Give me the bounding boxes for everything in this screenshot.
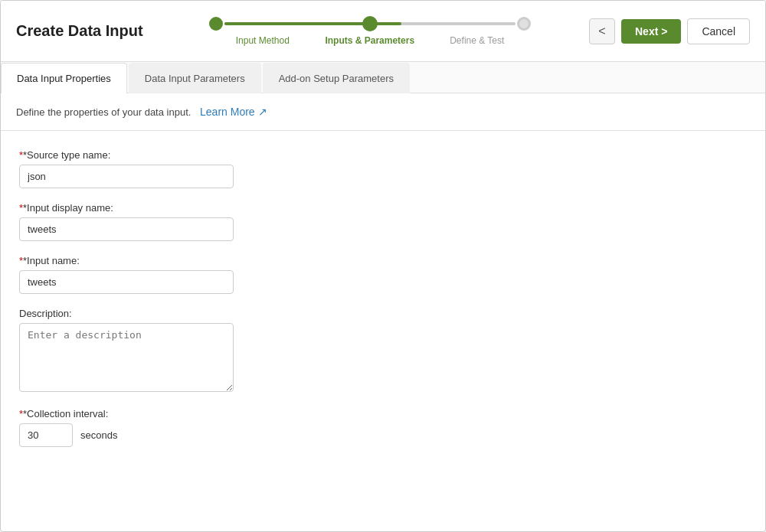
input-display-name-label: **Input display name: xyxy=(19,202,747,214)
input-display-name-input[interactable] xyxy=(19,217,234,241)
tab-data-input-properties[interactable]: Data Input Properties xyxy=(1,63,127,93)
learn-more-link[interactable]: Learn More ↗ xyxy=(200,106,267,118)
next-button[interactable]: Next > xyxy=(621,19,681,44)
input-name-input[interactable] xyxy=(19,270,234,294)
main-window: Create Data Input Input Method Inputs & … xyxy=(0,0,766,532)
tab-data-input-parameters[interactable]: Data Input Parameters xyxy=(129,63,261,93)
back-button[interactable]: < xyxy=(589,18,615,44)
tab-addon-setup-parameters[interactable]: Add-on Setup Parameters xyxy=(263,63,410,93)
collection-interval-label: **Collection interval: xyxy=(19,408,747,419)
collection-interval-input[interactable] xyxy=(19,423,73,447)
collection-interval-group: **Collection interval: seconds xyxy=(19,408,747,447)
form-area: **Source type name: **Input display name… xyxy=(1,131,765,479)
header-actions: < Next > Cancel xyxy=(589,18,750,44)
source-type-name-label: **Source type name: xyxy=(19,149,747,161)
input-name-label: **Input name: xyxy=(19,255,747,266)
wizard-dot-2 xyxy=(362,16,378,31)
wizard-dots xyxy=(209,17,531,31)
subheader: Define the properties of your data input… xyxy=(1,93,765,131)
wizard-label-1: Input Method xyxy=(209,35,316,46)
wizard-dot-1 xyxy=(209,17,223,31)
description-group: Description: xyxy=(19,308,747,394)
description-textarea[interactable] xyxy=(19,323,234,392)
wizard-labels: Input Method Inputs & Parameters Define … xyxy=(209,35,531,46)
input-name-group: **Input name: xyxy=(19,255,747,294)
wizard-label-3: Define & Test xyxy=(424,35,531,46)
external-link-icon: ↗ xyxy=(258,106,267,118)
wizard-label-2: Inputs & Parameters xyxy=(316,35,424,46)
cancel-button[interactable]: Cancel xyxy=(687,18,750,44)
description-label: Description: xyxy=(19,308,747,319)
page-title: Create Data Input xyxy=(16,22,143,40)
wizard-track xyxy=(209,17,531,31)
input-display-name-group: **Input display name: xyxy=(19,202,747,241)
header: Create Data Input Input Method Inputs & … xyxy=(1,1,765,62)
interval-row: seconds xyxy=(19,423,747,447)
interval-unit-label: seconds xyxy=(80,429,117,441)
wizard: Input Method Inputs & Parameters Define … xyxy=(166,17,574,46)
source-type-name-input[interactable] xyxy=(19,165,234,188)
wizard-dot-3 xyxy=(517,17,531,31)
tabs-bar: Data Input Properties Data Input Paramet… xyxy=(1,62,765,93)
source-type-name-group: **Source type name: xyxy=(19,149,747,188)
subheader-text: Define the properties of your data input… xyxy=(16,106,191,118)
